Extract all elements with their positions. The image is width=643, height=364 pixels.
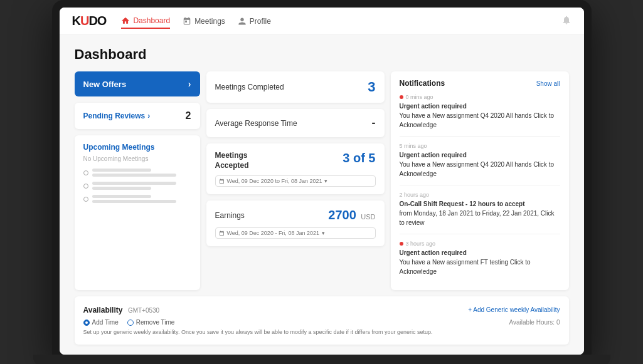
notification-item: 5 mins ago Urgent action required You ha… [400, 143, 560, 185]
dashboard-grid: New Offers › Pending Reviews › 2 Upcomin… [75, 71, 569, 290]
placeholder-line [92, 195, 152, 198]
meeting-dot [83, 184, 88, 189]
chevron-right-icon: › [147, 112, 150, 120]
meetings-accepted-card: MeetingsAccepted 3 of 5 Wed, 09 Dec 2020… [206, 143, 385, 194]
left-column: New Offers › Pending Reviews › 2 Upcomin… [75, 71, 200, 290]
placeholder-line [92, 174, 176, 177]
earnings-value: 2700 [328, 208, 356, 222]
meeting-dot [83, 197, 88, 202]
earnings-currency: USD [361, 213, 375, 221]
meetings-completed-value: 3 [368, 79, 375, 95]
notification-bell-icon[interactable] [561, 15, 571, 28]
availability-description: Set up your generic weekly availability.… [83, 328, 560, 337]
notif-urgent-dot [400, 242, 403, 246]
avg-response-value: - [372, 117, 376, 130]
notif-time: 5 mins ago [400, 143, 560, 149]
notification-item: 0 mins ago Urgent action required You ha… [400, 94, 560, 137]
notif-time: 0 mins ago [400, 94, 560, 100]
logo: KUDO [72, 14, 107, 28]
pending-reviews-label: Pending Reviews › [83, 112, 151, 120]
availability-section: Availability GMT+0530 + Add Generic week… [75, 296, 569, 345]
remove-time-radio[interactable] [127, 320, 134, 326]
page-title: Dashboard [75, 46, 569, 63]
pending-reviews-count: 2 [186, 110, 191, 122]
placeholder-line [92, 187, 152, 190]
pending-reviews-card: Pending Reviews › 2 [75, 103, 200, 129]
notif-time: 3 hours ago [400, 241, 560, 247]
add-time-radio[interactable] [83, 320, 90, 326]
placeholder-line [92, 182, 176, 185]
main-content: Dashboard New Offers › Pending Reviews › [60, 35, 584, 355]
chevron-right-icon: › [188, 79, 191, 89]
notif-text: On-Call Shift Request - 12 hours to acce… [400, 199, 560, 227]
availability-title-area: Availability GMT+0530 [83, 304, 160, 315]
meetings-completed-card: Meetings Completed 3 [206, 71, 385, 103]
availability-timezone: GMT+0530 [128, 307, 159, 314]
avg-response-label: Average Response Time [215, 119, 297, 128]
nav-items: Dashboard Meetings Profile [121, 14, 561, 29]
notif-text: Urgent action required You have a New as… [400, 248, 560, 276]
nav-item-profile[interactable]: Profile [238, 14, 271, 28]
person-icon [238, 17, 247, 26]
calendar-icon [183, 17, 191, 26]
middle-column: Meetings Completed 3 Average Response Ti… [206, 71, 385, 290]
notifications-header: Notifications Show all [400, 79, 560, 88]
home-icon [121, 16, 130, 25]
add-availability-button[interactable]: + Add Generic weekly Availability [468, 306, 560, 313]
meeting-placeholder-row [83, 195, 191, 203]
notif-text: Urgent action required You have a New as… [400, 150, 560, 179]
calendar-icon [219, 231, 225, 236]
available-hours: Available Hours: 0 [509, 319, 560, 326]
meetings-accepted-value: 3 of 5 [343, 151, 375, 165]
meetings-accepted-label: MeetingsAccepted [215, 151, 249, 170]
nav-item-meetings[interactable]: Meetings [183, 14, 225, 28]
availability-options: Add Time Remove Time Available Hours: 0 [83, 319, 560, 326]
notif-urgent-dot [400, 95, 403, 99]
earnings-card: Earnings 2700 USD Wed, 09 Dec 2020 - Fri… [206, 200, 385, 246]
earnings-label: Earnings [215, 211, 245, 220]
notification-item: 2 hours ago On-Call Shift Request - 12 h… [400, 192, 560, 234]
meeting-dot [83, 170, 88, 175]
notif-time: 2 hours ago [400, 192, 560, 198]
meeting-placeholder-row [83, 169, 191, 177]
nav-item-dashboard[interactable]: Dashboard [121, 14, 170, 29]
placeholder-line [92, 200, 176, 203]
show-all-link[interactable]: Show all [536, 80, 560, 87]
notif-text: Urgent action required You have a New as… [400, 101, 560, 130]
meeting-placeholders [83, 169, 191, 203]
no-upcoming-label: No Upcoming Meetings [83, 155, 191, 162]
notification-item: 3 hours ago Urgent action required You h… [400, 241, 560, 283]
remove-time-option[interactable]: Remove Time [127, 319, 175, 326]
upcoming-meetings-card: Upcoming Meetings No Upcoming Meetings [75, 135, 200, 290]
add-time-option[interactable]: Add Time [83, 319, 119, 326]
notifications-title: Notifications [400, 79, 445, 88]
earnings-date[interactable]: Wed, 09 Dec 2020 - Fri, 08 Jan 2021 ▾ [215, 227, 376, 239]
placeholder-line [92, 169, 152, 172]
meeting-placeholder-row [83, 182, 191, 190]
upcoming-meetings-title: Upcoming Meetings [83, 143, 191, 152]
calendar-icon [219, 179, 225, 184]
availability-title: Availability [83, 306, 123, 315]
avg-response-card: Average Response Time - [206, 109, 385, 137]
meetings-accepted-date[interactable]: Wed, 09 Dec 2020 to Fri, 08 Jan 2021 ▾ [215, 175, 376, 187]
notifications-panel: Notifications Show all 0 mins ago Urgent… [391, 71, 569, 290]
navbar: KUDO Dashboard Meetings Profile [60, 8, 584, 35]
new-offers-button[interactable]: New Offers › [75, 71, 200, 96]
meetings-completed-label: Meetings Completed [215, 83, 284, 91]
